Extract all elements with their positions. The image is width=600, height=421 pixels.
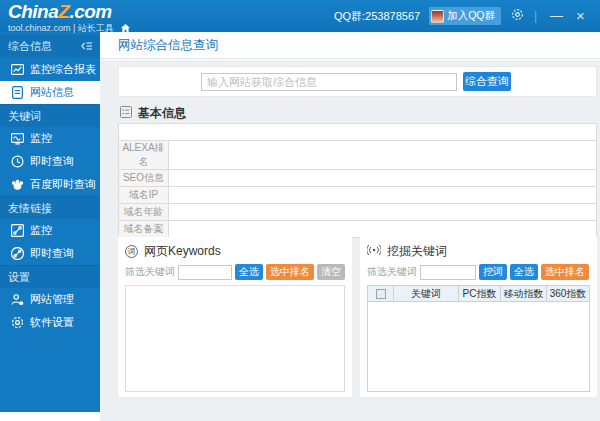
select-all-button[interactable]: 全选 [235,264,263,280]
site-summary-cell [119,124,597,141]
sidebar: 综合信息 监控综合报表 网站信息 关键词 监控 [0,32,100,412]
mining-results-body[interactable] [368,302,589,391]
table-row: 域名备案 [119,221,597,238]
window-controls-divider: | [534,9,540,23]
baidu-paw-icon [10,178,24,192]
gear-icon [10,316,24,330]
sidebar-item-baidu-instant-query[interactable]: 百度即时查询 [0,173,100,196]
filter-keyword-label: 筛选关键词 [367,265,417,279]
basic-info-title: 基本信息 [138,105,186,122]
column-header-mobile-index: 移动指数 [501,286,547,301]
keywords-list[interactable] [125,285,345,392]
mining-filter-input[interactable] [420,265,476,280]
table-row: SEO信息 [119,170,597,187]
keyword-filter-input[interactable] [178,265,232,280]
minimize-icon[interactable]: — [549,9,564,23]
sidebar-item-link-instant-query[interactable]: 即时查询 [0,242,100,265]
search-panel: 综合查询 [118,66,597,97]
sidebar-item-label: 监控综合报表 [30,62,96,77]
sidebar-item-keyword-monitor[interactable]: 监控 [0,127,100,150]
page-title: 网站综合信息查询 [118,37,218,54]
section-label: 综合信息 [8,39,52,54]
row-value [169,221,597,238]
row-label: 域名年龄 [119,204,169,221]
qq-avatar-icon [431,10,444,23]
logo-text: China [8,1,58,22]
monitor-chart-icon [10,132,24,146]
sidebar-item-keyword-instant-query[interactable]: 即时查询 [0,150,100,173]
sidebar-item-label: 网站信息 [30,85,74,100]
row-value [169,204,597,221]
keyword-circle-icon: 词 [125,245,138,258]
filter-keyword-label: 筛选关键词 [125,265,175,279]
content-body: 综合查询 基本信息 ALEXA排名 [100,60,600,421]
mining-radar-icon [367,244,381,259]
sidebar-item-software-settings[interactable]: 软件设置 [0,311,100,334]
chart-report-icon [10,63,24,77]
sidebar-item-label: 网站管理 [30,292,74,307]
row-value [169,141,597,170]
column-header-360-index: 360指数 [547,286,589,301]
basic-info-icon [120,104,132,122]
sidebar-item-label: 即时查询 [30,154,74,169]
keywords-panel-title: 网页Keywords [144,243,221,260]
sidebar-item-label: 监控 [30,223,52,238]
dig-words-button[interactable]: 挖词 [479,264,507,280]
select-all-checkbox[interactable] [376,289,386,299]
join-qq-label: 加入QQ群 [447,9,495,23]
row-label: 域名IP [119,187,169,204]
site-summary-row [119,124,597,141]
keyword-mining-panel: 挖掘关键词 筛选关键词 挖词 全选 选中排名 关键词 PC指数 移动指数 360… [360,237,597,397]
settings-gear-icon[interactable] [510,8,525,24]
mining-panel-title: 挖掘关键词 [387,243,447,260]
qq-group-number: QQ群:253878567 [334,9,420,24]
logo-z: Z [58,1,69,22]
close-icon[interactable]: × [573,9,588,23]
sidebar-section-settings: 设置 [0,265,100,288]
sidebar-item-label: 即时查询 [30,246,74,261]
table-row: 域名IP [119,187,597,204]
sidebar-section-keywords: 关键词 [0,104,100,127]
row-label: ALEXA排名 [119,141,169,170]
sidebar-item-site-manage[interactable]: 网站管理 [0,288,100,311]
section-label: 设置 [8,270,30,285]
row-label: 域名备案 [119,221,169,238]
section-label: 关键词 [8,109,41,124]
logo-com: .com [69,1,111,22]
selected-rank-button[interactable]: 选中排名 [266,264,314,280]
sidebar-item-monitor-report[interactable]: 监控综合报表 [0,58,100,81]
page-keywords-panel: 词 网页Keywords 筛选关键词 全选 选中排名 清空 [118,237,352,397]
clock-query-icon [10,155,24,169]
home-icon[interactable] [120,23,131,34]
link-square-icon [10,224,24,238]
logo-subtitle: tool.chinaz.com | 站长工具 [8,24,114,33]
main-content: 网站综合信息查询 综合查询 基本信息 [100,32,600,421]
join-qq-button[interactable]: 加入QQ群 [429,7,501,25]
selected-rank-button[interactable]: 选中排名 [541,264,589,280]
app-window: ChinaZ.com tool.chinaz.com | 站长工具 QQ群:25… [0,0,600,421]
comprehensive-query-button[interactable]: 综合查询 [463,72,511,91]
user-manage-icon [10,293,24,307]
sidebar-item-link-monitor[interactable]: 监控 [0,219,100,242]
column-header-keyword: 关键词 [394,286,459,301]
sidebar-item-site-info[interactable]: 网站信息 [0,81,100,104]
site-url-input[interactable] [201,73,457,91]
sidebar-item-label: 监控 [30,131,52,146]
sidebar-item-label: 百度即时查询 [30,177,96,192]
collapse-sidebar-icon[interactable] [81,41,93,53]
basic-info-table: ALEXA排名 SEO信息 域名IP 域名年龄 域名备案 [118,123,597,238]
row-value [169,170,597,187]
sidebar-item-label: 软件设置 [30,315,74,330]
title-bar: ChinaZ.com tool.chinaz.com | 站长工具 QQ群:25… [0,0,600,32]
logo: ChinaZ.com tool.chinaz.com | 站长工具 [8,2,131,34]
mining-results-grid: 关键词 PC指数 移动指数 360指数 [367,285,590,392]
select-all-button[interactable]: 全选 [510,264,538,280]
row-value [169,187,597,204]
sidebar-section-overview: 综合信息 [0,35,100,58]
column-header-pc-index: PC指数 [459,286,501,301]
row-label: SEO信息 [119,170,169,187]
clear-button[interactable]: 清空 [317,264,345,280]
link-circle-icon [10,247,24,261]
table-row: 域名年龄 [119,204,597,221]
site-info-doc-icon [10,86,24,100]
